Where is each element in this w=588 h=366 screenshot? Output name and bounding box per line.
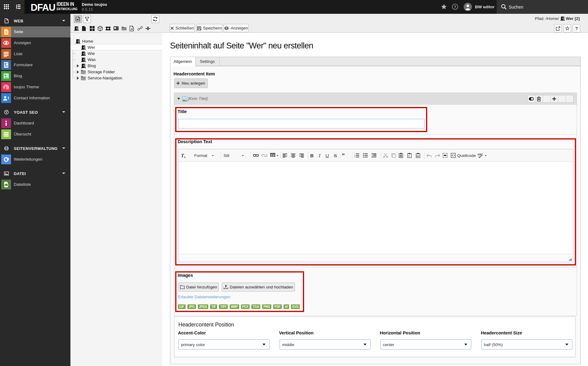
svg-text:?: ?: [454, 5, 456, 9]
svg-text:3: 3: [354, 156, 355, 158]
svg-text:W: W: [417, 155, 419, 158]
svg-text:T: T: [408, 155, 410, 158]
svg-text:ABC: ABC: [477, 153, 483, 156]
